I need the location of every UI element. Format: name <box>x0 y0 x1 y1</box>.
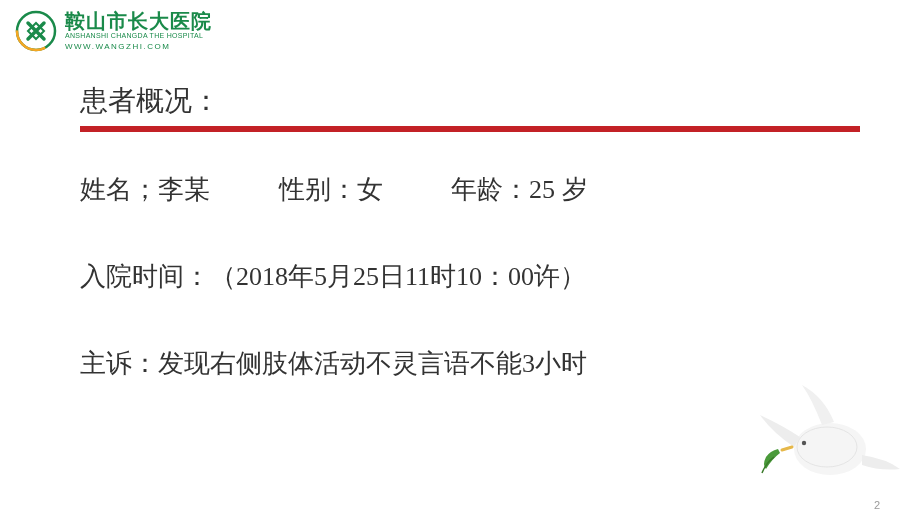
chief-complaint: 主诉：发现右侧肢体活动不灵言语不能3小时 <box>80 344 860 383</box>
patient-age: 年龄：25 岁 <box>451 170 588 209</box>
name-label: 姓名； <box>80 175 158 204</box>
page-number: 2 <box>874 499 880 511</box>
complaint-value: 发现右侧肢体活动不灵言语不能3小时 <box>158 349 587 378</box>
content-area: 患者概况： 姓名；李某 性别：女 年龄：25 岁 入院时间：（2018年5月25… <box>80 82 860 431</box>
name-value: 李某 <box>158 175 210 204</box>
hospital-url: WWW.WANGZHI.COM <box>65 41 212 52</box>
patient-basic-info: 姓名；李某 性别：女 年龄：25 岁 <box>80 170 860 209</box>
admission-time: 入院时间：（2018年5月25日11时10：00许） <box>80 257 860 296</box>
admission-label: 入院时间： <box>80 262 210 291</box>
hospital-logo-icon <box>15 10 57 52</box>
hospital-name-en: ANSHANSHI CHANGDA THE HOSPITAL <box>65 32 212 40</box>
admission-value: （2018年5月25日11时10：00许） <box>210 262 586 291</box>
hospital-logo-block: 鞍山市长大医院 ANSHANSHI CHANGDA THE HOSPITAL W… <box>15 10 212 52</box>
svg-point-3 <box>802 441 806 445</box>
hospital-name-cn: 鞍山市长大医院 <box>65 10 212 32</box>
complaint-label: 主诉： <box>80 349 158 378</box>
patient-sex: 性别：女 <box>279 170 383 209</box>
section-title: 患者概况： <box>80 82 860 120</box>
sex-value: 女 <box>357 175 383 204</box>
hospital-logo-text: 鞍山市长大医院 ANSHANSHI CHANGDA THE HOSPITAL W… <box>65 10 212 52</box>
age-value: 25 岁 <box>529 175 588 204</box>
sex-label: 性别： <box>279 175 357 204</box>
divider-red <box>80 126 860 132</box>
patient-name: 姓名；李某 <box>80 170 210 209</box>
dove-icon <box>752 377 902 507</box>
age-label: 年龄： <box>451 175 529 204</box>
